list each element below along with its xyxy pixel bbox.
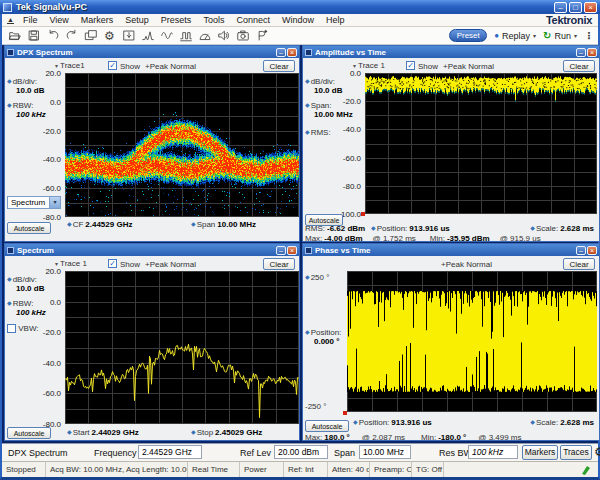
y-max-readout[interactable]: ◆250 ° xyxy=(305,273,329,282)
phase-vs-time-plot[interactable] xyxy=(347,271,597,412)
show-checkbox[interactable]: ✓ xyxy=(108,61,117,70)
spinner-icon[interactable]: ◆ xyxy=(7,300,12,306)
menu-item[interactable]: File xyxy=(23,15,38,25)
panel-close-button[interactable]: × xyxy=(587,48,597,57)
chevron-down-icon[interactable]: ▾ xyxy=(533,32,536,39)
panel-minimize-button[interactable]: – xyxy=(276,48,286,57)
position-side-value[interactable]: 0.000 ° xyxy=(314,337,339,346)
clear-button[interactable]: Clear xyxy=(563,60,595,72)
menu-item[interactable]: Markers xyxy=(81,15,114,25)
run-button[interactable]: ↻ Run ▾ xyxy=(543,30,577,41)
spinner-icon[interactable]: ◆ xyxy=(305,102,310,108)
position-readout[interactable]: ◆Position:913.916 us xyxy=(353,418,432,427)
span-readout[interactable]: ◆Span10.00 MHz xyxy=(191,220,256,229)
eject-icon[interactable]: ▲ xyxy=(7,16,14,24)
tile-windows-icon[interactable] xyxy=(82,28,99,43)
settings-icon[interactable]: ⚙ xyxy=(101,28,118,43)
window-title: Tek SignalVu-PC xyxy=(16,2,87,12)
panel-minimize-button[interactable]: – xyxy=(576,48,586,57)
more-options-icon[interactable]: ⋮ xyxy=(584,30,594,41)
position-readout[interactable]: ◆Position:913.916 us xyxy=(371,224,450,233)
menu-item[interactable]: Help xyxy=(326,15,345,25)
start-readout[interactable]: ◆Start2.44029 GHz xyxy=(67,428,139,437)
frequency-field[interactable]: 2.44529 GHz xyxy=(138,445,202,459)
menu-item[interactable]: View xyxy=(49,15,68,25)
scale-value[interactable]: 2.628 ms xyxy=(560,418,594,427)
stop-value[interactable]: 2.45029 GHz xyxy=(215,428,262,437)
save-icon[interactable] xyxy=(25,28,42,43)
clear-button[interactable]: Clear xyxy=(263,258,295,270)
panel-titlebar[interactable]: Phase vs Time – × xyxy=(303,244,599,256)
panel-minimize-button[interactable]: – xyxy=(276,246,286,255)
menu-item[interactable]: Setup xyxy=(125,15,149,25)
menu-item[interactable]: Connect xyxy=(236,15,270,25)
span-field[interactable]: 10.00 MHz xyxy=(359,445,411,459)
spinner-icon[interactable]: ◆ xyxy=(191,429,196,435)
start-value[interactable]: 2.44029 GHz xyxy=(92,428,139,437)
position-side-control[interactable]: ◆Position: 0.000 ° xyxy=(305,328,341,346)
scale-readout[interactable]: ◆Scale:2.628 ms xyxy=(530,418,594,427)
meter-icon[interactable] xyxy=(196,28,213,43)
scale-readout[interactable]: ◆Scale:2.628 ms xyxy=(530,224,594,233)
panel-minimize-button[interactable]: – xyxy=(576,246,586,255)
camera-icon[interactable] xyxy=(234,28,251,43)
clear-button[interactable]: Clear xyxy=(563,258,595,270)
open-icon[interactable] xyxy=(6,28,23,43)
spinner-icon[interactable]: ◆ xyxy=(305,78,310,84)
window-close-button[interactable]: × xyxy=(584,2,597,13)
spinner-icon[interactable]: ◆ xyxy=(530,225,535,231)
spinner-icon[interactable]: ◆ xyxy=(191,221,196,227)
spinner-icon[interactable]: ◆ xyxy=(67,221,72,227)
window-maximize-button[interactable]: □ xyxy=(569,2,582,13)
cf-readout[interactable]: ◆CF2.44529 GHz xyxy=(67,220,132,229)
spectrum-plot[interactable] xyxy=(65,271,299,424)
audio-icon[interactable] xyxy=(215,28,232,43)
menu-item[interactable]: Window xyxy=(282,15,314,25)
spinner-icon[interactable]: ◆ xyxy=(305,274,310,280)
pulse-display-icon[interactable] xyxy=(177,28,194,43)
spinner-icon[interactable]: ◆ xyxy=(305,329,310,335)
window-minimize-button[interactable]: – xyxy=(554,2,567,13)
spinner-icon[interactable]: ◆ xyxy=(530,419,535,425)
show-checkbox[interactable]: ✓ xyxy=(108,259,117,268)
spinner-icon[interactable]: ◆ xyxy=(7,78,12,84)
panel-close-button[interactable]: × xyxy=(287,48,297,57)
settings-gear-icon[interactable]: ⚙ xyxy=(594,445,600,459)
span-value[interactable]: 10.00 MHz xyxy=(217,220,256,229)
position-value[interactable]: 913.916 us xyxy=(409,224,449,233)
clear-button[interactable]: Clear xyxy=(263,60,295,72)
spinner-icon[interactable]: ◆ xyxy=(371,225,376,231)
trigger-icon[interactable] xyxy=(120,28,137,43)
spinner-icon[interactable]: ◆ xyxy=(7,276,12,282)
scale-value[interactable]: 2.628 ms xyxy=(560,224,594,233)
marker-peak-icon[interactable] xyxy=(253,28,270,43)
amplitude-vs-time-plot[interactable] xyxy=(365,73,597,214)
stop-readout[interactable]: ◆Stop2.45029 GHz xyxy=(191,428,262,437)
time-display-icon[interactable] xyxy=(158,28,175,43)
spinner-icon[interactable]: ◆ xyxy=(7,102,12,108)
spectrum-display-icon[interactable] xyxy=(139,28,156,43)
resbw-field[interactable]: 100 kHz xyxy=(468,445,518,459)
position-value[interactable]: 913.916 us xyxy=(391,418,431,427)
menu-item[interactable]: Tools xyxy=(203,15,224,25)
menu-item[interactable]: Presets xyxy=(161,15,192,25)
cf-value[interactable]: 2.44529 GHz xyxy=(85,220,132,229)
redo-icon[interactable] xyxy=(63,28,80,43)
dpx-spectrum-plot[interactable] xyxy=(65,73,299,217)
chevron-down-icon[interactable]: ▾ xyxy=(574,32,577,39)
spinner-icon[interactable]: ◆ xyxy=(67,429,72,435)
preset-button[interactable]: Preset xyxy=(449,29,487,42)
autoscale-button[interactable]: Autoscale xyxy=(305,420,349,432)
panel-close-button[interactable]: × xyxy=(587,246,597,255)
undo-icon[interactable] xyxy=(44,28,61,43)
panel-close-button[interactable]: × xyxy=(287,246,297,255)
traces-button[interactable]: Traces xyxy=(560,445,592,460)
show-checkbox[interactable]: ✓ xyxy=(406,61,415,70)
vbw-checkbox[interactable] xyxy=(7,324,16,333)
markers-button[interactable]: Markers xyxy=(522,445,558,460)
spinner-icon[interactable]: ◆ xyxy=(353,419,358,425)
window-titlebar[interactable]: Tek SignalVu-PC – □ × xyxy=(0,0,600,14)
reflev-field[interactable]: 20.00 dBm xyxy=(274,445,328,459)
y-axis-label: -60.0 xyxy=(33,184,61,193)
replay-button[interactable]: ● Replay ▾ xyxy=(494,31,536,41)
